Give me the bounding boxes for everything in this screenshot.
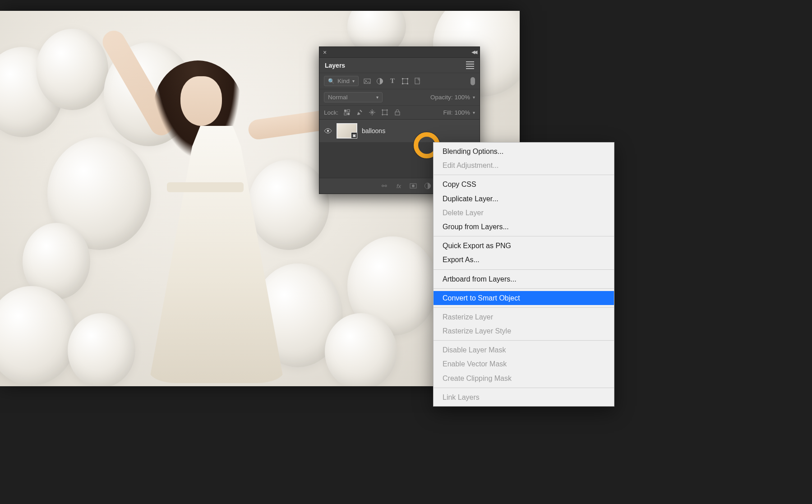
filter-kind-select[interactable]: 🔍 Kind ▾ (324, 76, 359, 86)
collapse-icon[interactable]: ◀◀ (471, 49, 476, 55)
context-menu-separator (434, 388, 614, 388)
layer-row[interactable]: ▣ balloons (319, 120, 480, 142)
context-menu-item[interactable]: Artboard from Layers... (434, 272, 614, 286)
layer-filter-row: 🔍 Kind ▾ T (319, 73, 480, 89)
visibility-eye-icon[interactable] (324, 127, 332, 135)
context-menu-item[interactable]: Group from Layers... (434, 220, 614, 234)
panel-title: Layers (325, 62, 345, 69)
lock-all-icon[interactable] (393, 108, 401, 116)
mask-icon[interactable] (409, 182, 417, 190)
svg-point-17 (412, 185, 415, 187)
balloon-graphic (325, 313, 397, 386)
chevron-down-icon[interactable]: ▾ (473, 95, 475, 100)
fill-value[interactable]: 100% (454, 109, 470, 116)
context-menu-item: Rasterize Layer Style (434, 324, 614, 338)
context-menu-item: Delete Layer (434, 206, 614, 220)
svg-rect-14 (395, 112, 400, 115)
context-menu-item[interactable]: Export As... (434, 253, 614, 267)
context-menu-item: Rasterize Layer (434, 310, 614, 324)
svg-rect-11 (344, 113, 346, 115)
lock-transparent-icon[interactable] (343, 108, 351, 116)
panel-tab-layers[interactable]: Layers (319, 58, 480, 73)
context-menu-separator (434, 288, 614, 289)
smart-object-filter-icon[interactable] (414, 77, 422, 85)
svg-rect-6 (402, 83, 403, 84)
context-menu-separator (434, 269, 614, 270)
svg-point-15 (327, 130, 329, 132)
layer-name[interactable]: balloons (362, 127, 385, 134)
panel-menu-icon[interactable] (466, 61, 474, 69)
svg-rect-5 (407, 78, 408, 79)
svg-rect-13 (383, 110, 387, 115)
svg-rect-9 (344, 110, 346, 112)
close-icon[interactable]: × (323, 49, 329, 56)
context-menu-item: Create Clipping Mask (434, 371, 614, 385)
fill-label: Fill: (443, 109, 452, 116)
filter-kind-label: Kind (337, 78, 350, 84)
blend-mode-select[interactable]: Normal ▾ (324, 92, 383, 102)
context-menu-item[interactable]: Copy CSS (434, 177, 614, 191)
lock-artboard-icon[interactable] (381, 108, 389, 116)
context-menu-separator (434, 340, 614, 341)
context-menu-separator (434, 236, 614, 236)
svg-rect-10 (347, 110, 350, 112)
context-menu-item[interactable]: Quick Export as PNG (434, 239, 614, 253)
link-layers-icon[interactable]: ⚯ (380, 182, 388, 190)
layer-context-menu: Blending Options...Edit Adjustment...Cop… (433, 142, 614, 407)
svg-rect-12 (347, 113, 350, 115)
svg-rect-4 (402, 78, 403, 79)
context-menu-item: Edit Adjustment... (434, 158, 614, 172)
context-menu-item[interactable]: Blending Options... (434, 144, 614, 158)
blend-mode-value: Normal (328, 94, 348, 101)
smart-object-badge-icon: ▣ (351, 132, 357, 139)
adjustment-layer-icon[interactable] (376, 77, 384, 85)
chevron-down-icon[interactable]: ▾ (473, 110, 475, 115)
context-menu-separator (434, 307, 614, 308)
context-menu-item: Enable Vector Mask (434, 357, 614, 371)
context-menu-item[interactable]: Duplicate Layer... (434, 192, 614, 206)
fx-icon[interactable]: fx (395, 182, 403, 190)
adjustment-icon[interactable] (424, 182, 432, 190)
layer-thumbnail[interactable]: ▣ (337, 123, 357, 139)
pixel-layer-icon[interactable] (363, 77, 371, 85)
context-menu-item[interactable]: Convert to Smart Object (434, 291, 614, 305)
balloon-graphic (36, 29, 108, 110)
svg-rect-7 (407, 83, 408, 84)
svg-rect-3 (403, 79, 408, 83)
balloon-graphic (0, 286, 77, 385)
panel-titlebar[interactable]: × ◀◀ (319, 47, 480, 58)
opacity-label: Opacity: (430, 94, 453, 101)
type-layer-icon[interactable]: T (388, 77, 397, 85)
opacity-value[interactable]: 100% (454, 94, 470, 101)
blend-mode-row: Normal ▾ Opacity: 100% ▾ (319, 89, 480, 105)
lock-position-icon[interactable] (368, 108, 376, 116)
lock-label: Lock: (324, 109, 338, 116)
context-menu-item: Link Layers (434, 390, 614, 404)
subject-figure (122, 38, 311, 385)
shape-layer-icon[interactable] (401, 77, 409, 85)
context-menu-item: Disable Layer Mask (434, 343, 614, 357)
svg-rect-8 (415, 78, 420, 84)
context-menu-separator (434, 175, 614, 175)
filter-toggle[interactable] (471, 77, 475, 85)
lock-paint-icon[interactable] (355, 108, 364, 116)
lock-row: Lock: Fill: 100% ▾ (319, 105, 480, 119)
